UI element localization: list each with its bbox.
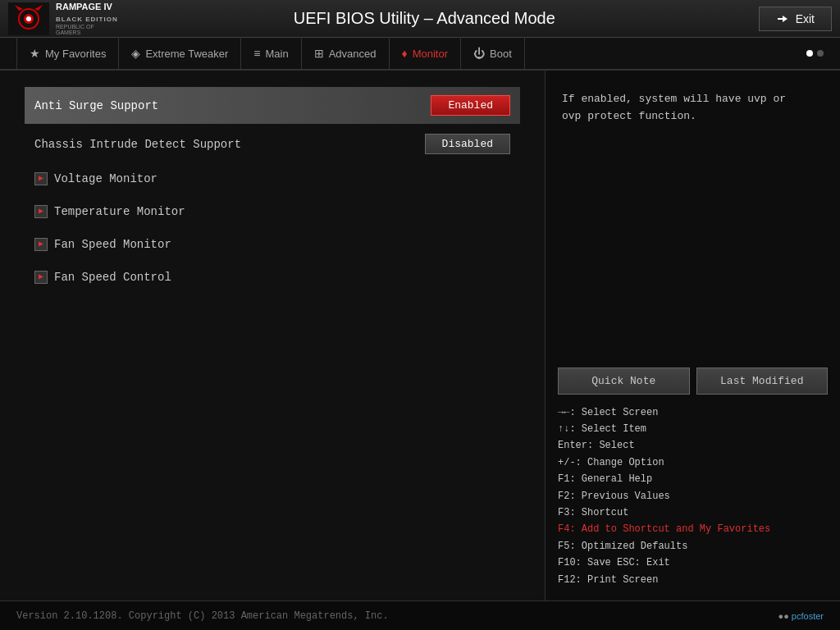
submenu-item-temperature[interactable]: ▶ Temperature Monitor — [25, 197, 520, 226]
nav-label-advanced: Advanced — [329, 48, 377, 60]
shortcut-f1: F1: General Help — [558, 471, 828, 487]
nav-item-monitor[interactable]: ♦ Monitor — [390, 37, 462, 70]
temperature-monitor-label: Temperature Monitor — [54, 205, 185, 218]
nav-item-main[interactable]: ≡ Main — [241, 37, 301, 70]
help-text-content: If enabled, system will have uvp orovp p… — [562, 93, 786, 122]
submenu-item-voltage[interactable]: ▶ Voltage Monitor — [25, 164, 520, 194]
nav-dot-2 — [817, 50, 824, 57]
chassis-value: Disabled — [442, 138, 493, 150]
anti-surge-text: Anti Surge Support — [34, 99, 158, 112]
shortcuts-panel: →←: Select Screen ↑↓: Select Item Enter:… — [558, 404, 828, 588]
shortcut-select-screen: →←: Select Screen — [558, 404, 828, 421]
republic-of-text: REPUBLIC OF — [56, 24, 94, 30]
nav-item-extreme-tweaker[interactable]: ◈ Extreme Tweaker — [119, 37, 241, 70]
fan-speed-arrow-icon: ▶ — [34, 238, 48, 251]
shortcut-enter: Enter: Select — [558, 437, 828, 454]
chassis-value-button[interactable]: Disabled — [425, 134, 510, 154]
submenu-item-fan-control[interactable]: ▶ Fan Speed Control — [25, 262, 520, 292]
advanced-icon: ⊞ — [314, 47, 324, 60]
nav-label-monitor: Monitor — [413, 48, 448, 60]
action-buttons-row: Quick Note Last Modified — [558, 368, 828, 395]
nav-label-extreme-tweaker: Extreme Tweaker — [145, 48, 228, 60]
rog-logo-icon — [8, 2, 49, 35]
voltage-arrow-icon: ▶ — [34, 172, 48, 185]
anti-surge-label: Anti Surge Support — [34, 99, 158, 112]
bios-title: UEFI BIOS Utility – Advanced Mode — [90, 9, 759, 28]
footer-logo-text: pcfoster — [792, 611, 824, 621]
exit-label: Exit — [796, 12, 815, 25]
main-icon: ≡ — [253, 47, 260, 60]
shortcut-f10: F10: Save ESC: Exit — [558, 555, 828, 571]
nav-item-advanced[interactable]: ⊞ Advanced — [302, 37, 390, 70]
shortcut-f12: F12: Print Screen — [558, 572, 828, 588]
anti-surge-value-button[interactable]: Enabled — [431, 95, 510, 116]
last-modified-label: Last Modified — [720, 375, 803, 387]
fan-speed-monitor-label: Fan Speed Monitor — [54, 238, 171, 251]
anti-surge-value: Enabled — [448, 99, 493, 112]
quick-note-button[interactable]: Quick Note — [558, 368, 690, 395]
content-area: Anti Surge Support Enabled Chassis Intru… — [0, 71, 840, 600]
last-modified-button[interactable]: Last Modified — [696, 368, 829, 395]
voltage-monitor-label: Voltage Monitor — [54, 172, 158, 185]
nav-label-boot: Boot — [490, 48, 512, 60]
right-panel: If enabled, system will have uvp orovp p… — [546, 71, 840, 600]
footer-logo: ●● pcfoster — [778, 611, 824, 621]
left-panel: Anti Surge Support Enabled Chassis Intru… — [0, 71, 546, 600]
nav-label-favorites: My Favorites — [45, 48, 106, 60]
shortcut-select-item: ↑↓: Select Item — [558, 421, 828, 437]
shortcut-f4: F4: Add to Shortcut and My Favorites — [558, 521, 828, 537]
nav-dots — [806, 50, 824, 57]
svg-point-3 — [26, 16, 31, 21]
footer-version-text: Version 2.10.1208. Copyright (C) 2013 Am… — [16, 610, 389, 622]
fan-speed-control-label: Fan Speed Control — [54, 271, 171, 284]
nav-item-boot[interactable]: ⏻ Boot — [461, 37, 525, 70]
extreme-tweaker-icon: ◈ — [131, 47, 140, 60]
nav-dot-1 — [806, 50, 813, 57]
menu-item-chassis[interactable]: Chassis Intrude Detect Support Disabled — [25, 126, 520, 162]
chassis-text: Chassis Intrude Detect Support — [34, 138, 241, 151]
quick-note-label: Quick Note — [591, 375, 655, 387]
gamers-text: GAMERS — [56, 30, 80, 35]
bios-title-text: UEFI BIOS Utility – Advanced Mode — [294, 9, 555, 27]
monitor-icon: ♦ — [402, 47, 408, 60]
fan-control-arrow-icon: ▶ — [34, 271, 48, 284]
navigation: ★ My Favorites ◈ Extreme Tweaker ≡ Main … — [0, 38, 840, 71]
favorites-icon: ★ — [30, 47, 40, 60]
nav-item-favorites[interactable]: ★ My Favorites — [16, 37, 119, 70]
boot-icon: ⏻ — [473, 47, 485, 60]
shortcut-f3: F3: Shortcut — [558, 504, 828, 521]
exit-icon — [776, 12, 789, 25]
shortcut-f2: F2: Previous Values — [558, 488, 828, 504]
shortcut-f5: F5: Optimized Defaults — [558, 538, 828, 555]
header: RAMPAGE IV BLACK EDITION REPUBLIC OF GAM… — [0, 0, 840, 38]
temperature-arrow-icon: ▶ — [34, 205, 48, 218]
help-text: If enabled, system will have uvp orovp p… — [558, 83, 828, 368]
shortcut-change: +/-: Change Option — [558, 454, 828, 471]
nav-label-main: Main — [266, 48, 289, 60]
svg-marker-7 — [783, 16, 788, 22]
chassis-label: Chassis Intrude Detect Support — [34, 138, 241, 151]
submenu-item-fan-speed[interactable]: ▶ Fan Speed Monitor — [25, 230, 520, 259]
footer: Version 2.10.1208. Copyright (C) 2013 Am… — [0, 600, 840, 630]
menu-item-anti-surge[interactable]: Anti Surge Support Enabled — [25, 87, 520, 124]
exit-button[interactable]: Exit — [759, 7, 832, 31]
